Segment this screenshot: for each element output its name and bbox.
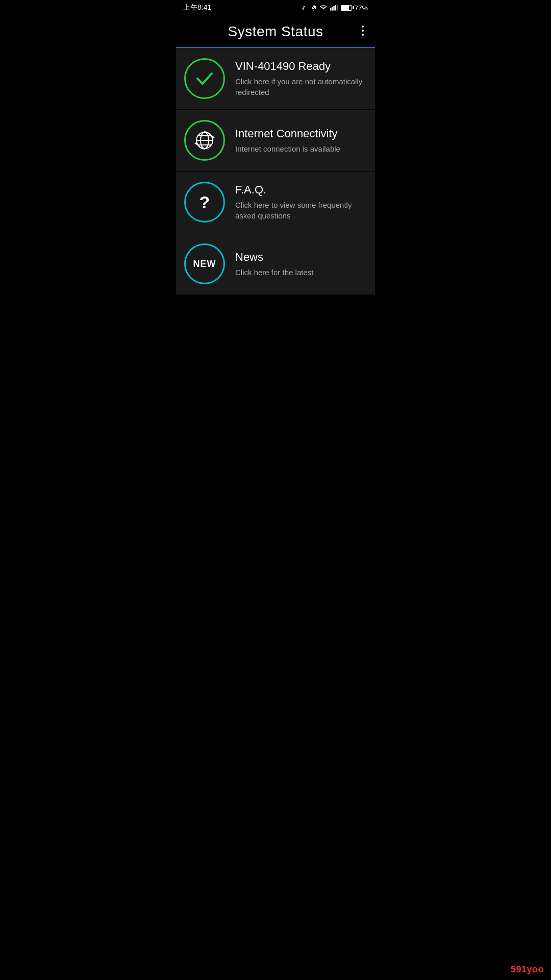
status-time: 上午8:41 xyxy=(183,3,211,12)
signal-icon xyxy=(330,4,338,11)
svg-rect-1 xyxy=(332,7,333,10)
svg-marker-10 xyxy=(212,136,215,139)
page-title: System Status xyxy=(228,23,323,40)
battery-percent: 77% xyxy=(355,4,368,12)
faq-icon-circle: ? xyxy=(184,182,225,223)
status-icons: 77% xyxy=(300,4,368,12)
vin-ready-subtitle: Click here if you are not automatically … xyxy=(235,76,367,97)
svg-rect-0 xyxy=(330,8,331,11)
checkmark-icon-circle xyxy=(184,58,225,99)
battery-icon xyxy=(341,5,352,11)
question-mark-icon: ? xyxy=(199,192,210,212)
bluetooth-icon xyxy=(300,4,307,11)
menu-dot-2 xyxy=(362,30,364,32)
news-item[interactable]: NEW News Click here for the latest xyxy=(176,233,375,295)
svg-rect-2 xyxy=(333,6,334,11)
more-options-button[interactable] xyxy=(359,22,367,39)
faq-item[interactable]: ? F.A.Q. Click here to view some frequen… xyxy=(176,172,375,233)
vin-ready-title: VIN-401490 Ready xyxy=(235,60,367,73)
svg-rect-4 xyxy=(337,5,338,10)
globe-icon xyxy=(193,129,216,152)
globe-icon-circle xyxy=(184,120,225,161)
menu-dot-1 xyxy=(362,26,364,28)
internet-subtitle: Internet connection is available xyxy=(235,143,367,154)
svg-rect-3 xyxy=(335,5,336,10)
new-icon-circle: NEW xyxy=(184,243,225,284)
menu-dot-3 xyxy=(362,34,364,36)
wifi-icon xyxy=(319,4,328,11)
news-text-container: News Click here for the latest xyxy=(235,251,367,278)
vin-ready-item[interactable]: VIN-401490 Ready Click here if you are n… xyxy=(176,48,375,110)
svg-marker-11 xyxy=(194,142,197,145)
app-header: System Status xyxy=(176,14,375,48)
new-badge-icon: NEW xyxy=(193,259,216,270)
checkmark-icon xyxy=(193,67,216,90)
status-bar: 上午8:41 77% xyxy=(176,0,375,14)
vin-ready-text: VIN-401490 Ready Click here if you are n… xyxy=(235,60,367,97)
news-subtitle: Click here for the latest xyxy=(235,267,367,278)
silent-icon xyxy=(310,4,317,11)
faq-title: F.A.Q. xyxy=(235,183,367,197)
status-list: VIN-401490 Ready Click here if you are n… xyxy=(176,48,375,295)
faq-subtitle: Click here to view some frequently asked… xyxy=(235,200,367,221)
internet-item[interactable]: Internet Connectivity Internet connectio… xyxy=(176,110,375,172)
faq-text-container: F.A.Q. Click here to view some frequentl… xyxy=(235,183,367,221)
news-title: News xyxy=(235,251,367,264)
internet-title: Internet Connectivity xyxy=(235,127,367,140)
internet-text: Internet Connectivity Internet connectio… xyxy=(235,127,367,154)
